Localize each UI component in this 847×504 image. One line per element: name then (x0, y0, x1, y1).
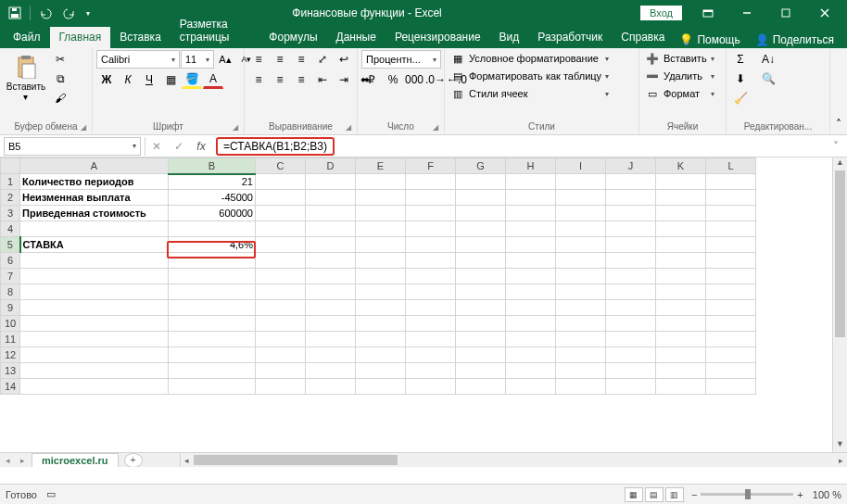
row-header[interactable]: 11 (1, 332, 20, 347)
col-header[interactable]: J (606, 158, 656, 174)
sheet-nav-prev-icon[interactable]: ◂ (0, 456, 15, 465)
undo-icon[interactable] (34, 2, 57, 24)
row-header[interactable]: 2 (1, 190, 20, 206)
scroll-right-icon[interactable]: ▸ (834, 453, 847, 467)
row-header[interactable]: 7 (1, 269, 20, 284)
font-size-combo[interactable]: 11▾ (181, 50, 214, 69)
insert-function-icon[interactable]: fx (190, 137, 212, 156)
fill-icon[interactable]: ⬇ (730, 69, 751, 88)
cell[interactable]: 600000 (169, 206, 256, 221)
page-break-view-icon[interactable]: ▥ (665, 487, 684, 502)
cell-styles-button[interactable]: ▥Стили ячеек▾ (449, 85, 611, 102)
share-button[interactable]: 👤Поделиться (750, 32, 840, 48)
cut-icon[interactable]: ✂ (50, 50, 70, 69)
col-header[interactable]: F (406, 158, 456, 174)
scroll-thumb[interactable] (835, 170, 845, 337)
col-header[interactable]: G (456, 158, 506, 174)
cell[interactable]: СТАВКА (20, 237, 169, 253)
sheet-tab[interactable]: microexcel.ru (32, 453, 119, 468)
decrease-indent-icon[interactable]: ⇤ (312, 70, 333, 89)
format-as-table-button[interactable]: ▤Форматировать как таблицу▾ (449, 68, 611, 84)
formula-input[interactable]: =СТАВКА(B1;B2;B3) (216, 137, 335, 156)
tab-developer[interactable]: Разработчик (528, 27, 612, 48)
col-header[interactable]: I (556, 158, 606, 174)
paste-button[interactable]: Вставить▾ (4, 50, 48, 102)
font-color-icon[interactable]: A (203, 70, 223, 89)
dialog-launcher-icon[interactable]: ◢ (233, 123, 238, 132)
clear-icon[interactable]: 🧹 (730, 89, 751, 107)
minimize-icon[interactable] (728, 0, 765, 26)
collapse-ribbon-icon[interactable]: ˄ (830, 48, 847, 134)
row-header[interactable]: 13 (1, 363, 20, 379)
vertical-scrollbar[interactable]: ▲ ▼ (832, 158, 847, 452)
currency-icon[interactable]: ₽ (361, 70, 382, 89)
tab-review[interactable]: Рецензирование (386, 27, 490, 48)
expand-formula-bar-icon[interactable]: ˅ (828, 140, 843, 153)
row-header[interactable]: 3 (1, 206, 20, 221)
normal-view-icon[interactable]: ▦ (625, 487, 643, 502)
bold-icon[interactable]: Ж (96, 70, 117, 89)
sort-filter-icon[interactable]: A↓ (758, 50, 778, 69)
scroll-up-icon[interactable]: ▲ (833, 158, 847, 170)
find-icon[interactable]: 🔍 (758, 69, 778, 88)
tab-page-layout[interactable]: Разметка страницы (171, 14, 260, 48)
percent-icon[interactable]: % (383, 70, 403, 89)
tell-me-button[interactable]: 💡Помощь (674, 32, 745, 48)
font-name-combo[interactable]: Calibri▾ (96, 50, 180, 69)
col-header[interactable]: A (20, 158, 169, 174)
cell-grid[interactable]: A B C D E F G H I J K L 1Количество пери… (0, 158, 756, 395)
tab-data[interactable]: Данные (327, 27, 386, 48)
sheet-nav-next-icon[interactable]: ▸ (15, 456, 30, 465)
cell-selected[interactable]: 4,6% (169, 237, 256, 253)
tab-formulas[interactable]: Формулы (259, 27, 326, 48)
format-cells-button[interactable]: ▭Формат▾ (643, 85, 716, 102)
row-header[interactable]: 8 (1, 284, 20, 300)
border-icon[interactable]: ▦ (160, 70, 181, 89)
col-header[interactable]: L (706, 158, 756, 174)
scroll-thumb[interactable] (194, 455, 398, 465)
zoom-in-icon[interactable]: + (797, 489, 803, 500)
login-button[interactable]: Вход (640, 6, 682, 20)
grow-font-icon[interactable]: A▴ (215, 50, 235, 69)
align-center-icon[interactable]: ≡ (270, 70, 290, 89)
cell[interactable]: 21 (169, 174, 256, 190)
name-box[interactable]: B5▾ (4, 137, 141, 156)
qat-customize-icon[interactable]: ▾ (82, 2, 94, 24)
align-bottom-icon[interactable]: ≡ (291, 50, 311, 69)
enter-formula-icon[interactable]: ✓ (168, 137, 190, 156)
wrap-text-icon[interactable]: ↩ (334, 50, 354, 69)
number-format-combo[interactable]: Процентн...▾ (361, 50, 441, 69)
col-header[interactable]: H (506, 158, 556, 174)
align-right-icon[interactable]: ≡ (291, 70, 311, 89)
row-header[interactable]: 14 (1, 379, 20, 395)
macro-record-icon[interactable]: ▭ (46, 488, 56, 500)
cell[interactable]: Приведенная стоимость (20, 206, 169, 221)
tab-insert[interactable]: Вставка (110, 27, 171, 48)
dialog-launcher-icon[interactable]: ◢ (346, 123, 351, 132)
col-header[interactable]: E (356, 158, 406, 174)
horizontal-scrollbar[interactable]: ◂ ▸ (180, 453, 847, 467)
cell[interactable]: Количество периодов (20, 174, 169, 190)
maximize-icon[interactable] (767, 0, 804, 26)
row-header[interactable]: 5 (1, 237, 20, 253)
autosum-icon[interactable]: Σ (730, 50, 751, 69)
zoom-slider[interactable] (701, 493, 793, 496)
zoom-out-icon[interactable]: − (691, 489, 697, 500)
delete-cells-button[interactable]: ➖Удалить▾ (643, 68, 716, 84)
copy-icon[interactable]: ⧉ (50, 69, 70, 88)
col-header[interactable]: K (656, 158, 706, 174)
col-header[interactable]: C (256, 158, 306, 174)
scroll-down-icon[interactable]: ▼ (833, 439, 847, 452)
row-header[interactable]: 10 (1, 316, 20, 332)
col-header[interactable]: D (306, 158, 356, 174)
col-header[interactable]: B (169, 158, 256, 174)
row-header[interactable]: 1 (1, 174, 20, 190)
zoom-level[interactable]: 100 % (813, 489, 841, 500)
comma-icon[interactable]: 000 (404, 70, 424, 89)
format-painter-icon[interactable]: 🖌 (50, 89, 70, 107)
cancel-formula-icon[interactable]: ✕ (145, 137, 168, 156)
increase-indent-icon[interactable]: ⇥ (334, 70, 354, 89)
dialog-launcher-icon[interactable]: ◢ (433, 123, 438, 132)
scroll-left-icon[interactable]: ◂ (181, 453, 194, 467)
tab-view[interactable]: Вид (490, 27, 529, 48)
